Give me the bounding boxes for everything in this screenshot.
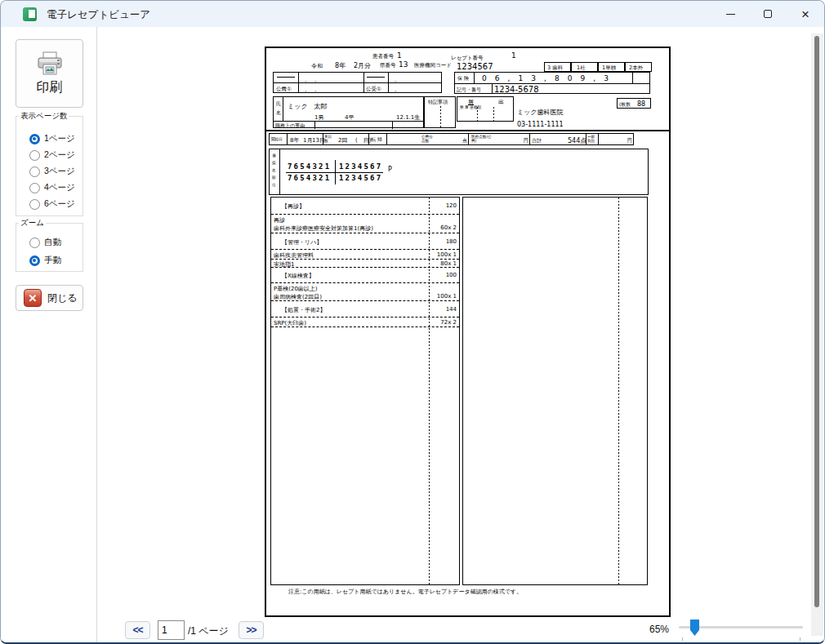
minimize-icon — [726, 14, 735, 15]
era-label: 令和 — [311, 62, 323, 70]
hoken-number: 0 6 , 1 3 , 8 0 9 , 3 — [482, 74, 612, 82]
radio-icon — [29, 255, 40, 266]
patient-no-value: 1 — [397, 51, 402, 60]
tokki-box: 特記事項 — [424, 96, 456, 128]
receipt-no-label: レセプト番号 — [451, 55, 484, 62]
page-number-input[interactable] — [158, 620, 185, 640]
radio-icon — [29, 134, 40, 144]
tooth-lower-left: 7654321 — [288, 174, 331, 182]
radio-icon — [29, 150, 40, 161]
kigo-label: 記号・番号 — [457, 87, 481, 94]
close-x-icon: ✕ — [24, 289, 42, 307]
pref-value: 13 — [399, 60, 408, 69]
page-count-group: 表示ページ数 1ページ 2ページ 3ページ 4ページ 6ページ — [16, 116, 83, 216]
tooth-upper-right: 1234567 — [339, 162, 382, 171]
sidebar: 印刷 表示ページ数 1ページ 2ページ 3ページ 4ページ 6ページ — [1, 27, 97, 642]
todoke-right: 出 — [498, 98, 504, 106]
hoken-table: 保 険 0 6 , 1 3 , 8 0 9 , 3 記号・番号 1234-567… — [454, 72, 650, 94]
page-count-group-label: 表示ページ数 — [19, 111, 69, 122]
close-icon: × — [801, 7, 809, 21]
radio-icon — [29, 167, 40, 177]
month-value: 2月分 — [354, 61, 371, 70]
app-window: 電子レセプトビューア × 印刷 表示ページ数 1ペ — [0, 0, 825, 644]
class-box-2: 1社 — [577, 64, 586, 72]
kigo-value: 1234-5678 — [494, 85, 539, 94]
radio-zoom-auto[interactable]: 自動 — [29, 237, 61, 248]
patient-sex: 1男 — [314, 113, 323, 122]
zoom-group: ズーム 自動 手動 — [16, 223, 83, 272]
radio-4page[interactable]: 4ページ — [29, 182, 75, 193]
titlebar: 電子レセプトビューア × — [1, 1, 824, 27]
close-window-button[interactable]: × — [787, 1, 824, 27]
patient-box: 氏 名 ミック 太郎 1男 4平 12.1.1生 職務上の事由 — [273, 96, 424, 128]
maximize-icon — [764, 10, 772, 18]
clinic-tel: 03-1111-1111 — [517, 121, 564, 128]
patient-name: ミック 太郎 — [288, 102, 328, 111]
radio-icon — [29, 183, 40, 193]
totals-row: 開始日 8年 1月 13日 実日数 2回 ( 日) 転 帰 公費分点数 点 医療… — [269, 133, 634, 145]
app-icon — [23, 7, 37, 21]
pref-label: 県番号 — [380, 62, 396, 69]
radio-6page[interactable]: 6ページ — [29, 198, 75, 210]
detail-table-right — [462, 197, 648, 585]
radio-3page[interactable]: 3ページ — [29, 166, 75, 177]
class-box-4: 2本外 — [629, 64, 643, 72]
zoom-percent-label: 65% — [649, 624, 669, 635]
radio-2page[interactable]: 2ページ — [29, 149, 75, 161]
tooth-lower-right: 1234567 — [339, 174, 382, 182]
tooth-chart-box: 傷病名部位 7654321 1234567 7654321 1234567 P — [269, 149, 649, 195]
maisu-box: (枚数 88 — [617, 98, 651, 109]
radio-icon — [29, 238, 40, 248]
receipt-document: 患者番号 1 レセプト番号 1 令和 8年 2月分 県番号 13 医療機関コード… — [265, 47, 671, 617]
preview-area: 患者番号 1 レセプト番号 1 令和 8年 2月分 県番号 13 医療機関コード… — [98, 27, 824, 642]
pager-bar: << /1 ページ >> 65% — [98, 615, 824, 642]
tooth-upper-left: 7654321 — [288, 162, 331, 171]
kohi-table: ， ， ， 公費① ， ， 公受① ， — [273, 72, 442, 93]
hoken-label: 保 険 — [457, 75, 469, 82]
print-button[interactable]: 印刷 — [16, 39, 83, 108]
class-box-1: 3 歯科 — [547, 64, 563, 72]
printer-icon — [36, 51, 64, 76]
vertical-scrollbar[interactable] — [811, 33, 823, 636]
clinic-name: ミック歯科医院 — [517, 108, 564, 117]
close-button[interactable]: ✕ 閉じる — [16, 285, 83, 311]
tooth-mark: P — [388, 166, 392, 173]
code-label: 医療機関コード — [414, 62, 452, 69]
radio-icon — [29, 199, 40, 210]
note-text: 注意:この用紙は、レセプト用紙ではありません。電子レセプトデータ確認用の様式です… — [288, 588, 522, 596]
kohi1-label: 公費① — [276, 86, 292, 93]
code-value: 1234567 — [457, 62, 493, 71]
todoke-box: 届 出 県 署 便種別 — [457, 96, 514, 122]
detail-table-left: 【再診】 120 再診 歯科外来診療医療安全対策加算1(再診) 60x 2 【管… — [270, 197, 460, 585]
jiyuu-label: 職務上の事由 — [275, 122, 305, 130]
class-box-3: 1単独 — [602, 64, 616, 72]
zoom-group-label: ズーム — [19, 218, 46, 229]
patient-era: 4平 — [345, 113, 354, 122]
print-button-label: 印刷 — [37, 79, 63, 96]
year-value: 8年 — [335, 61, 346, 70]
patient-birth: 12.1.1生 — [396, 113, 420, 122]
maximize-button[interactable] — [749, 1, 787, 27]
close-button-label: 閉じる — [47, 291, 78, 305]
receipt-no-value: 1 — [511, 51, 516, 60]
window-title: 電子レセプトビューア — [47, 8, 150, 22]
byomei-strip-label: 傷病名部位 — [272, 152, 277, 189]
page-total-label: /1 ページ — [188, 624, 229, 638]
kohi2-label: 公受① — [366, 86, 381, 93]
tokki-label: 特記事項 — [428, 99, 448, 106]
zoom-slider-thumb[interactable] — [690, 620, 699, 636]
scrollbar-thumb[interactable] — [814, 36, 819, 607]
minimize-button[interactable] — [711, 1, 749, 27]
next-page-button[interactable]: >> — [239, 621, 264, 639]
radio-1page[interactable]: 1ページ — [29, 133, 75, 144]
radio-zoom-manual[interactable]: 手動 — [29, 255, 61, 266]
patient-no-label: 患者番号 — [372, 53, 394, 60]
prev-page-button[interactable]: << — [125, 621, 150, 639]
